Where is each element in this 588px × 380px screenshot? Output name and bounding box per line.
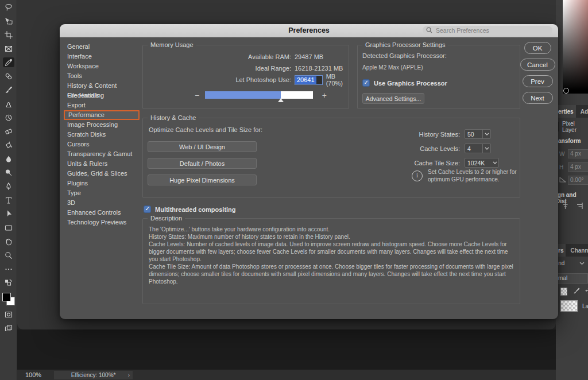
- history-states-dropdown[interactable]: 50: [465, 129, 491, 139]
- foreground-background-swatches[interactable]: [2, 293, 15, 305]
- transform-width-row: W4 px: [556, 149, 588, 158]
- sidebar-item-export[interactable]: Export: [64, 100, 140, 110]
- foreground-color-swatch[interactable]: [2, 293, 11, 301]
- sidebar-item-cursors[interactable]: Cursors: [64, 139, 140, 149]
- efficiency-indicator[interactable]: Efficiency: 100%* ›: [54, 371, 133, 379]
- swap-colors-icon[interactable]: [3, 278, 14, 288]
- cache-levels-label: Cache Levels:: [288, 145, 460, 152]
- sidebar-item-general[interactable]: General: [64, 42, 140, 52]
- search-input[interactable]: [435, 26, 549, 34]
- lock-transparency-icon[interactable]: [560, 288, 567, 296]
- type-tool[interactable]: [3, 195, 14, 205]
- layer-thumbnail[interactable]: [560, 300, 578, 312]
- brush-tool[interactable]: [3, 85, 14, 95]
- frame-tool[interactable]: [3, 44, 14, 53]
- zoom-tool[interactable]: [3, 250, 14, 260]
- blend-mode-row[interactable]: mal: [556, 273, 588, 284]
- ram-suffix: MB (70%): [326, 73, 349, 87]
- slider-plus-button[interactable]: +: [322, 91, 327, 100]
- align-center-icon[interactable]: [562, 202, 569, 211]
- sidebar-item-3d[interactable]: 3D: [64, 198, 140, 208]
- color-picker-cursor[interactable]: [563, 88, 569, 94]
- more-tools-icon[interactable]: [3, 264, 14, 274]
- lock-paint-icon[interactable]: [572, 287, 580, 296]
- layer-row[interactable]: Lay: [556, 299, 588, 313]
- optimize-web-ui-button[interactable]: Web / UI Design: [148, 141, 257, 152]
- pen-tool[interactable]: [3, 181, 14, 191]
- crop-tool[interactable]: [3, 30, 14, 40]
- use-gpu-checkbox[interactable]: [362, 79, 370, 87]
- healing-brush-tool[interactable]: [3, 71, 14, 81]
- chevron-down-icon: [491, 158, 498, 167]
- sidebar-item-transparency-gamut[interactable]: Transparency & Gamut: [64, 149, 140, 159]
- paint-bucket-tool[interactable]: [3, 140, 14, 150]
- ram-slider-track[interactable]: [205, 91, 313, 99]
- dialog-actions: OK Cancel Prev Next: [520, 42, 555, 104]
- advanced-settings-button[interactable]: Advanced Settings...: [362, 93, 424, 104]
- optimize-default-photos-button[interactable]: Default / Photos: [148, 158, 257, 169]
- detected-gpu-label: Detected Graphics Processor:: [362, 52, 447, 59]
- ram-slider-thumb[interactable]: [278, 98, 284, 102]
- ram-amount-input[interactable]: 20641: [295, 75, 323, 85]
- lasso-tool[interactable]: [3, 2, 14, 12]
- chevron-down-icon: [482, 130, 490, 138]
- sidebar-item-image-processing[interactable]: Image Processing: [64, 120, 140, 130]
- cache-tile-size-dropdown[interactable]: 1024K: [465, 158, 499, 168]
- screen-mode-icon[interactable]: [3, 323, 14, 333]
- transform-height-row: H4 px: [556, 162, 588, 172]
- layers-tabbar: rs Chann: [556, 244, 588, 257]
- tab-channels[interactable]: Chann: [570, 247, 588, 254]
- sidebar-item-history-content-credentials[interactable]: History & Content Credentials: [64, 81, 140, 91]
- available-ram-value: 29487 MB: [295, 53, 323, 60]
- eyedropper-tool[interactable]: [3, 57, 14, 67]
- multithreaded-checkbox[interactable]: [144, 205, 151, 213]
- multithreaded-compositing-row[interactable]: Multithreaded compositing: [144, 205, 236, 213]
- cancel-button[interactable]: Cancel: [520, 59, 555, 71]
- eraser-tool[interactable]: [3, 126, 14, 136]
- tab-adjustments[interactable]: Ad: [581, 108, 588, 115]
- sidebar-item-units-rulers[interactable]: Units & Rulers: [64, 159, 140, 169]
- description-title: Description: [148, 215, 185, 222]
- sidebar-item-tools[interactable]: Tools: [64, 71, 140, 81]
- sidebar-item-type[interactable]: Type: [64, 188, 140, 198]
- layer-filter-kind-row[interactable]: ind: [556, 260, 588, 266]
- clone-stamp-tool[interactable]: [3, 99, 14, 108]
- transform-angle-row: 0.00°: [556, 176, 588, 185]
- next-button[interactable]: Next: [523, 92, 553, 104]
- prev-button[interactable]: Prev: [523, 75, 553, 87]
- use-gpu-checkbox-row[interactable]: Use Graphics Processor: [362, 79, 447, 87]
- ram-amount-value: 20641: [295, 76, 316, 84]
- cache-levels-dropdown[interactable]: 4: [465, 144, 491, 153]
- dodge-tool[interactable]: [3, 168, 14, 177]
- blur-tool[interactable]: [3, 154, 14, 164]
- ok-button[interactable]: OK: [524, 42, 551, 54]
- sidebar-item-performance[interactable]: Performance: [64, 110, 140, 120]
- history-brush-tool[interactable]: [3, 113, 14, 122]
- lock-position-icon[interactable]: [585, 287, 588, 296]
- optimize-huge-pixel-button[interactable]: Huge Pixel Dimensions: [148, 175, 257, 185]
- history-states-label: History States:: [288, 131, 460, 138]
- sidebar-item-scratch-disks[interactable]: Scratch Disks: [64, 130, 140, 139]
- angle-field: 0.00°: [568, 176, 588, 185]
- detected-gpu-value: Apple M2 Max (APPLE): [362, 64, 423, 71]
- color-picker-gradient[interactable]: [563, 0, 588, 94]
- sidebar-item-interface[interactable]: Interface: [64, 52, 140, 61]
- sidebar-item-workspace[interactable]: Workspace: [64, 61, 140, 71]
- rectangle-tool[interactable]: [3, 223, 14, 232]
- tab-properties[interactable]: erties: [556, 105, 576, 118]
- sidebar-item-technology-previews[interactable]: Technology Previews: [64, 218, 140, 227]
- object-selection-tool[interactable]: [3, 16, 14, 26]
- path-selection-tool[interactable]: [3, 209, 14, 219]
- multithreaded-label: Multithreaded compositing: [155, 206, 236, 213]
- zoom-level-field[interactable]: 100%: [25, 371, 41, 378]
- sidebar-item-guides-grid-slices[interactable]: Guides, Grid & Slices: [64, 169, 140, 179]
- quick-mask-icon[interactable]: [3, 309, 14, 319]
- optimize-label: Optimize Cache Levels and Tile Size for:: [149, 126, 262, 133]
- slider-minus-button[interactable]: −: [195, 91, 199, 100]
- search-preferences-box[interactable]: [423, 26, 552, 35]
- sidebar-item-enhanced-controls[interactable]: Enhanced Controls: [64, 208, 140, 218]
- hand-tool[interactable]: [3, 236, 14, 246]
- align-right-icon[interactable]: [576, 202, 583, 211]
- sidebar-item-plugins[interactable]: Plugins: [64, 179, 140, 188]
- sidebar-item-file-handling[interactable]: File Handling: [64, 91, 140, 100]
